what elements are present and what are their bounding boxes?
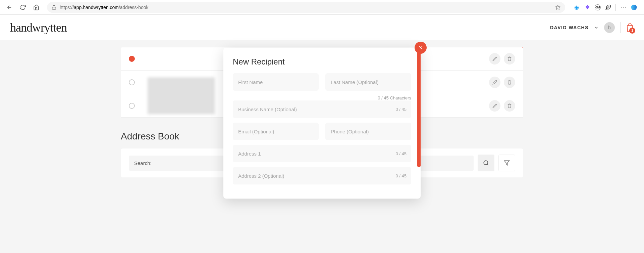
address2-char-counter: 0 / 45	[395, 173, 407, 178]
favorite-icon[interactable]	[555, 5, 560, 10]
app-header: handwrytten DAVID WACHS h 1	[0, 15, 644, 40]
last-name-input[interactable]	[325, 73, 411, 91]
home-button[interactable]	[31, 2, 42, 13]
email-input[interactable]	[233, 123, 319, 140]
cart-badge: 1	[629, 28, 635, 34]
radio[interactable]	[129, 103, 135, 109]
svg-rect-0	[52, 7, 56, 9]
browser-toolbar: https://app.handwrytten.com/address-book…	[0, 0, 644, 15]
delete-button[interactable]	[504, 100, 515, 112]
ext-icon-2[interactable]: ✻	[584, 4, 591, 11]
delete-button[interactable]	[504, 77, 515, 88]
radio[interactable]	[129, 79, 135, 85]
ext-icon-1[interactable]: ◉	[573, 4, 580, 11]
business-name-input[interactable]	[233, 100, 411, 118]
url-text: https://app.handwrytten.com/address-book	[60, 5, 149, 10]
address1-char-counter: 0 / 45	[395, 151, 407, 156]
phone-input[interactable]	[325, 123, 411, 140]
logo[interactable]: handwrytten	[10, 20, 67, 35]
edit-button[interactable]	[489, 53, 500, 65]
address2-input[interactable]	[233, 167, 411, 184]
svg-line-5	[487, 164, 488, 165]
svg-marker-1	[555, 5, 560, 9]
extensions-icon[interactable]	[605, 4, 611, 11]
refresh-button[interactable]	[17, 2, 28, 13]
avatar[interactable]: h	[604, 22, 615, 33]
address-bar[interactable]: https://app.handwrytten.com/address-book	[47, 2, 565, 13]
new-recipient-modal: New Recipient 0 / 45 Characters 0 / 45	[223, 48, 421, 199]
lock-icon	[52, 5, 56, 10]
address1-input[interactable]	[233, 145, 411, 162]
menu-icon[interactable]: ⋯	[620, 4, 627, 11]
svg-point-4	[484, 161, 488, 165]
modal-title: New Recipient	[223, 48, 421, 73]
name-char-counter: 0 / 45 Characters	[233, 95, 411, 100]
svg-marker-6	[504, 161, 509, 165]
search-button[interactable]	[478, 155, 494, 171]
back-button[interactable]	[4, 2, 15, 13]
cart-button[interactable]: 1	[626, 23, 634, 32]
business-char-counter: 0 / 45	[395, 107, 407, 112]
edit-button[interactable]	[489, 100, 500, 112]
copilot-icon[interactable]	[631, 4, 637, 11]
search-label: Search:	[134, 160, 152, 166]
ext-icon-3[interactable]: eM	[595, 4, 601, 10]
browser-extensions: ◉ ✻ eM ⋯	[571, 4, 640, 11]
first-name-input[interactable]	[233, 73, 319, 91]
edit-button[interactable]	[489, 77, 500, 88]
delete-button[interactable]	[504, 53, 515, 65]
filter-button[interactable]	[498, 155, 515, 171]
user-name: DAVID WACHS	[550, 25, 589, 30]
close-button[interactable]	[415, 42, 427, 54]
svg-point-3	[631, 4, 637, 10]
redacted-content	[148, 77, 215, 114]
radio-selected[interactable]	[129, 56, 135, 62]
user-menu-chevron-icon[interactable]	[594, 25, 599, 30]
